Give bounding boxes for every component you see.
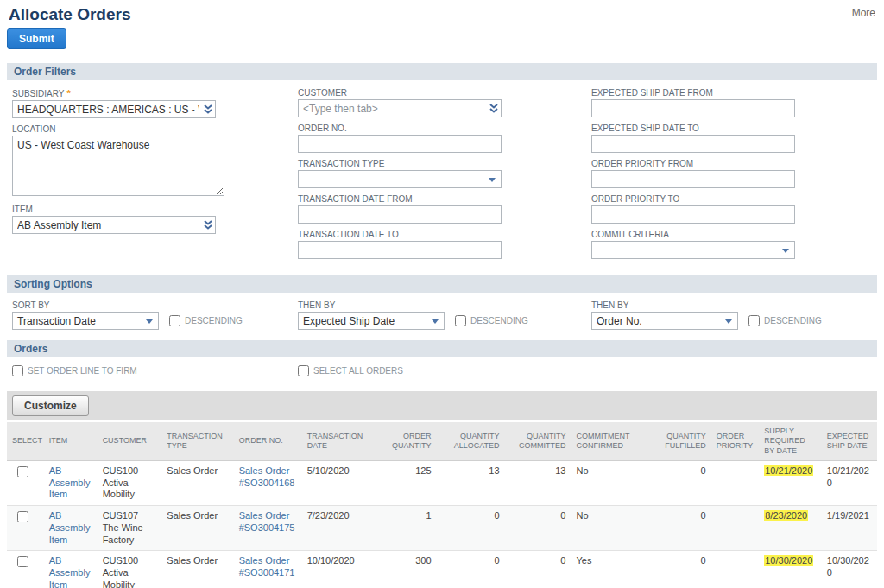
field-transaction-type: TRANSACTION TYPE bbox=[298, 159, 502, 188]
commit-criteria-select[interactable] bbox=[591, 241, 795, 259]
column-header-order-no: ORDER NO. bbox=[234, 422, 302, 460]
subsidiary-label: SUBSIDIARY* bbox=[12, 88, 216, 98]
expected-ship-date-from-label: EXPECTED SHIP DATE FROM bbox=[591, 88, 795, 98]
order-filters-form: SUBSIDIARY* LOCATION US - West Coast War… bbox=[7, 80, 877, 267]
location-label: LOCATION bbox=[12, 124, 224, 134]
order-no-value[interactable]: Sales Order #SO3004171 bbox=[239, 555, 295, 578]
supply-required-by-date-value: 10/21/2020 bbox=[764, 465, 813, 476]
transaction-date-from-input[interactable] bbox=[298, 205, 502, 224]
field-location: LOCATION US - West Coast Warehouse bbox=[12, 124, 224, 199]
expected-ship-date-to-input[interactable] bbox=[591, 135, 795, 153]
order-quantity-cell: 1 bbox=[379, 506, 436, 551]
section-header-orders: Orders bbox=[7, 340, 877, 357]
item-value[interactable]: AB Assembly Item bbox=[49, 555, 91, 588]
then-by-2-label: THEN BY bbox=[591, 300, 872, 310]
quantity-fulfilled-value: 0 bbox=[701, 510, 706, 521]
field-transaction-date-from: TRANSACTION DATE FROM bbox=[298, 194, 502, 224]
order-no-input[interactable] bbox=[298, 135, 502, 153]
dropdown-arrow-icon bbox=[725, 319, 732, 324]
sort-by-descending-checkbox[interactable] bbox=[169, 315, 180, 326]
transaction-date-from-label: TRANSACTION DATE FROM bbox=[298, 194, 502, 204]
quantity-fulfilled-cell: 0 bbox=[645, 506, 711, 551]
table-row: AB Assembly ItemCUS100 Activa MobilitySa… bbox=[7, 551, 877, 588]
orders-table-header-row: SELECTITEMCUSTOMERTRANSACTION TYPEORDER … bbox=[7, 422, 877, 460]
then-by-2-value: Order No. bbox=[597, 315, 642, 327]
transaction-date-value: 10/10/2020 bbox=[307, 555, 355, 566]
set-order-line-to-firm-checkbox[interactable] bbox=[12, 365, 23, 376]
quantity-fulfilled-value: 0 bbox=[701, 465, 706, 476]
table-row: AB Assembly ItemCUS107 The Wine FactoryS… bbox=[7, 506, 877, 551]
row-select-checkbox[interactable] bbox=[17, 511, 28, 522]
then-by-1-select[interactable]: Expected Ship Date bbox=[298, 312, 445, 330]
field-commit-criteria: COMMIT CRITERIA bbox=[591, 230, 795, 259]
filters-column-1: SUBSIDIARY* LOCATION US - West Coast War… bbox=[12, 88, 298, 265]
commitment-confirmed-value: No bbox=[576, 510, 588, 521]
chevron-double-down-icon[interactable] bbox=[203, 219, 213, 231]
item-value[interactable]: AB Assembly Item bbox=[49, 510, 91, 545]
expected-ship-date-cell: 1/19/2021 bbox=[822, 506, 877, 551]
submit-button[interactable]: Submit bbox=[7, 28, 66, 49]
sort-by-group: SORT BY Transaction Date DESCENDING bbox=[12, 300, 298, 330]
transaction-type-select[interactable] bbox=[298, 170, 502, 188]
chevron-double-down-icon[interactable] bbox=[203, 104, 213, 115]
subsidiary-input[interactable] bbox=[12, 100, 216, 118]
transaction-type-cell: Sales Order bbox=[161, 506, 233, 551]
transaction-date-to-label: TRANSACTION DATE TO bbox=[298, 230, 502, 239]
customer-cell: CUS100 Activa Mobility bbox=[98, 460, 162, 505]
expected-ship-date-from-input[interactable] bbox=[591, 99, 795, 117]
select-all-orders-checkbox[interactable] bbox=[298, 365, 309, 376]
customize-button[interactable]: Customize bbox=[12, 395, 89, 416]
order-priority-to-input[interactable] bbox=[591, 205, 795, 224]
quantity-committed-value: 13 bbox=[555, 465, 565, 476]
row-select-checkbox[interactable] bbox=[17, 466, 28, 477]
transaction-type-cell: Sales Order bbox=[161, 551, 233, 588]
order-quantity-cell: 125 bbox=[379, 460, 436, 505]
location-textarea[interactable]: US - West Coast Warehouse bbox=[12, 136, 224, 196]
quantity-fulfilled-value: 0 bbox=[701, 555, 706, 566]
customer-label: CUSTOMER bbox=[298, 88, 502, 98]
more-link[interactable]: More bbox=[852, 7, 875, 19]
sort-by-select[interactable]: Transaction Date bbox=[12, 312, 159, 330]
customer-cell: CUS100 Activa Mobility bbox=[98, 551, 162, 588]
transaction-type-value: Sales Order bbox=[167, 465, 218, 476]
set-order-line-to-firm-label: SET ORDER LINE TO FIRM bbox=[28, 366, 137, 376]
field-expected-ship-date-from: EXPECTED SHIP DATE FROM bbox=[591, 88, 795, 117]
order-no-value[interactable]: Sales Order #SO3004175 bbox=[239, 510, 295, 533]
select-cell bbox=[7, 460, 44, 505]
required-marker: * bbox=[66, 88, 70, 98]
expected-ship-date-to-label: EXPECTED SHIP DATE TO bbox=[591, 123, 795, 133]
column-header-select: SELECT bbox=[7, 422, 44, 460]
orders-table: SELECTITEMCUSTOMERTRANSACTION TYPEORDER … bbox=[7, 422, 877, 588]
customer-input[interactable] bbox=[298, 99, 502, 117]
row-select-checkbox[interactable] bbox=[17, 556, 28, 567]
field-customer: CUSTOMER bbox=[298, 88, 502, 117]
transaction-date-to-input[interactable] bbox=[298, 241, 502, 259]
field-expected-ship-date-to: EXPECTED SHIP DATE TO bbox=[591, 123, 795, 153]
transaction-date-cell: 5/10/2020 bbox=[302, 460, 380, 505]
item-value[interactable]: AB Assembly Item bbox=[49, 465, 91, 500]
quantity-committed-cell: 13 bbox=[505, 460, 571, 505]
then-by-2-descending-checkbox[interactable] bbox=[748, 315, 760, 326]
item-input[interactable] bbox=[12, 216, 216, 234]
order-priority-to-label: ORDER PRIORITY TO bbox=[591, 194, 795, 204]
order-no-value[interactable]: Sales Order #SO3004168 bbox=[239, 465, 295, 488]
field-transaction-date-to: TRANSACTION DATE TO bbox=[298, 230, 502, 259]
order-quantity-value: 300 bbox=[415, 555, 431, 566]
filters-column-2: CUSTOMER ORDER NO. TRANSACTION TYPE TRAN… bbox=[298, 88, 591, 265]
then-by-1-descending-checkbox[interactable] bbox=[455, 315, 466, 326]
sort-by-label: SORT BY bbox=[12, 300, 298, 310]
quantity-committed-cell: 0 bbox=[505, 506, 571, 551]
column-header-customer: CUSTOMER bbox=[98, 422, 162, 460]
quantity-allocated-value: 13 bbox=[489, 465, 499, 476]
page-title: Allocate Orders bbox=[9, 5, 131, 24]
expected-ship-date-value: 10/30/2020 bbox=[827, 555, 869, 578]
order-priority-cell bbox=[711, 506, 760, 551]
then-by-2-select[interactable]: Order No. bbox=[591, 312, 738, 330]
field-item: ITEM bbox=[12, 205, 216, 234]
customize-band: Customize bbox=[7, 391, 877, 420]
order-priority-from-input[interactable] bbox=[591, 170, 795, 188]
quantity-allocated-value: 0 bbox=[494, 555, 499, 566]
field-subsidiary: SUBSIDIARY* bbox=[12, 88, 216, 118]
transaction-date-cell: 7/23/2020 bbox=[302, 506, 380, 551]
chevron-double-down-icon[interactable] bbox=[489, 103, 499, 114]
